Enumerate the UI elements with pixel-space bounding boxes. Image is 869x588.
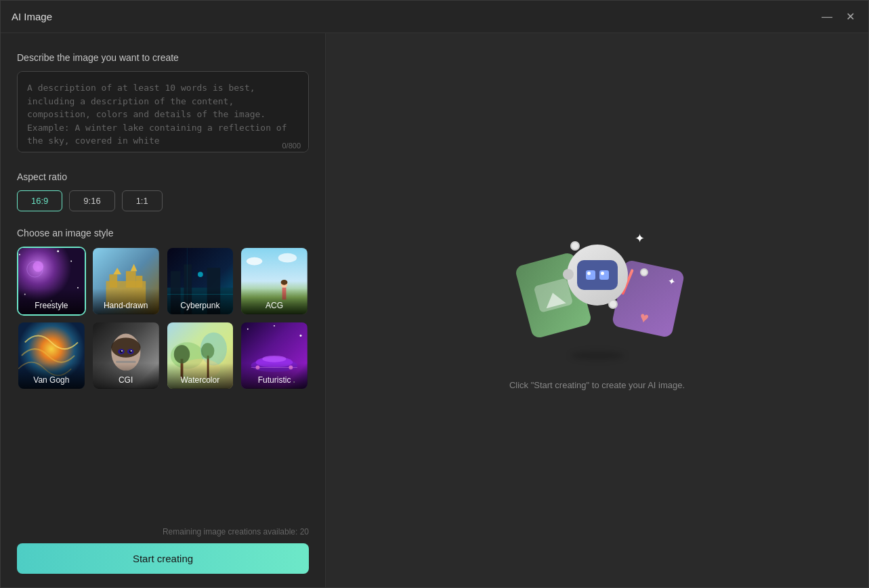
svg-point-39 [130, 350, 131, 352]
robot-dot-top [570, 241, 580, 251]
titlebar: AI Image — ✕ [1, 1, 868, 33]
right-panel: ✦ ♥ ✦ Click "Start [326, 33, 868, 587]
style-label-cgi: CGI [93, 363, 159, 389]
style-section: Choose an image style [17, 228, 309, 390]
style-vangogh[interactable]: Van Gogh [17, 321, 86, 390]
robot-body [567, 245, 628, 306]
style-cgi[interactable]: CGI [91, 321, 161, 390]
remaining-text: Remaining image creations available: 20 [17, 527, 309, 537]
svg-point-5 [57, 250, 59, 252]
style-label-futuristic: Futuristic [241, 363, 308, 389]
left-panel: Describe the image you want to create 0/… [1, 33, 326, 587]
svg-point-53 [263, 356, 287, 362]
style-handdrawn[interactable]: Hand-drawn [91, 247, 161, 316]
window-controls: — ✕ [819, 9, 857, 25]
svg-rect-11 [109, 274, 117, 288]
svg-point-58 [300, 335, 302, 337]
card-left-inner [533, 278, 573, 313]
style-label-watercolor: Watercolor [167, 363, 234, 389]
robot-dot-bottom [608, 299, 618, 309]
svg-point-59 [274, 325, 275, 327]
svg-point-4 [70, 261, 72, 262]
robot-ear [563, 269, 574, 280]
style-grid: Freestyle [17, 247, 309, 390]
start-creating-button[interactable]: Start creating [17, 543, 309, 574]
svg-point-26 [278, 253, 297, 263]
svg-point-49 [200, 343, 214, 358]
svg-point-23 [197, 272, 203, 277]
main-content: Describe the image you want to create 0/… [1, 33, 868, 587]
description-input[interactable] [17, 71, 309, 152]
aspect-1-1[interactable]: 1:1 [122, 190, 163, 211]
style-cyberpunk[interactable]: Cyberpunk [166, 247, 235, 316]
app-window: AI Image — ✕ Describe the image you want… [0, 0, 869, 588]
illustration: ✦ ♥ ✦ [509, 231, 685, 366]
aspect-buttons: 16:9 9:16 1:1 [17, 190, 309, 211]
svg-point-47 [173, 345, 189, 363]
close-button[interactable]: ✕ [843, 9, 857, 25]
svg-point-57 [247, 329, 249, 330]
style-label-handdrawn: Hand-drawn [93, 289, 159, 314]
svg-point-38 [121, 350, 123, 352]
footer: Remaining image creations available: 20 … [17, 516, 309, 574]
card-sparkle: ✦ [666, 275, 677, 287]
describe-label: Describe the image you want to create [17, 52, 309, 63]
svg-point-29 [281, 280, 288, 285]
svg-rect-12 [126, 271, 136, 287]
window-title: AI Image [12, 11, 52, 22]
mountain-shape [543, 290, 566, 308]
textarea-wrapper: 0/800 [17, 71, 309, 155]
svg-rect-13 [135, 276, 142, 288]
sparkle-top: ✦ [635, 231, 645, 246]
aspect-9-16[interactable]: 9:16 [69, 190, 114, 211]
style-label-vangogh: Van Gogh [18, 363, 85, 389]
aspect-label: Aspect ratio [17, 171, 309, 182]
robot-shadow [570, 352, 624, 360]
style-freestyle[interactable]: Freestyle [17, 247, 86, 316]
heart-icon: ♥ [637, 308, 650, 327]
svg-point-33 [111, 337, 140, 357]
style-acg[interactable]: ACG [240, 247, 309, 316]
minimize-button[interactable]: — [819, 9, 835, 25]
robot-dot-right [640, 268, 648, 276]
robot-eye-left [586, 270, 595, 280]
hint-text: Click "Start creating" to create your AI… [509, 380, 685, 390]
style-label: Choose an image style [17, 228, 309, 238]
style-label-acg: ACG [241, 289, 308, 314]
svg-point-25 [247, 257, 262, 266]
robot-eye-right [599, 270, 609, 280]
robot-face [577, 260, 618, 290]
aspect-16-9[interactable]: 16:9 [17, 190, 62, 211]
svg-point-1 [33, 261, 44, 272]
style-futuristic[interactable]: Futuristic [240, 321, 309, 390]
aspect-ratio-section: Aspect ratio 16:9 9:16 1:1 [17, 171, 309, 211]
char-count: 0/800 [282, 142, 301, 150]
style-label-cyberpunk: Cyberpunk [167, 289, 234, 314]
style-label-freestyle: Freestyle [18, 289, 85, 314]
style-watercolor[interactable]: Watercolor [166, 321, 235, 390]
svg-point-3 [19, 254, 20, 255]
